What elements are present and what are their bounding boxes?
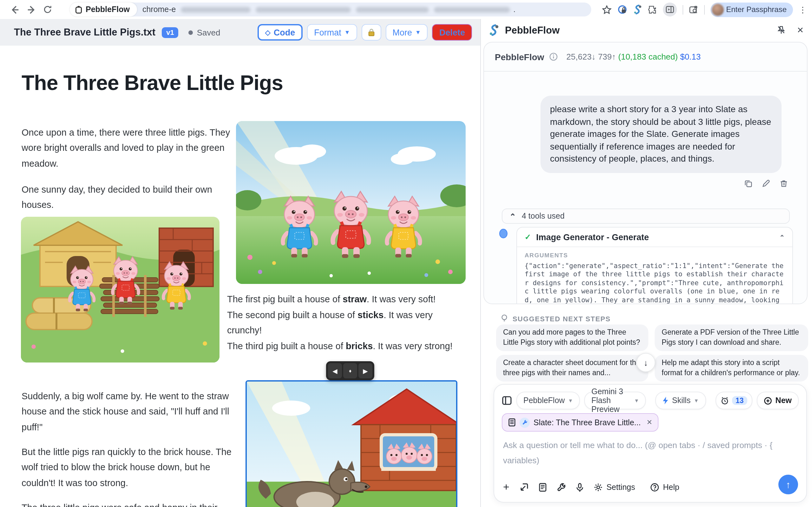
settings-button[interactable]: Settings	[594, 483, 635, 492]
tool-call-header[interactable]: ✓ Image Generator - Generate ⌃	[517, 228, 792, 247]
extension-origin-chip[interactable]: PebbleFlow	[70, 3, 137, 16]
url-redacted	[181, 7, 251, 12]
screen: PebbleFlow chrome-e .	[0, 0, 812, 507]
forward-icon[interactable]	[23, 1, 39, 18]
extensions-puzzle-icon[interactable]	[647, 5, 657, 14]
suggestion-chip[interactable]: Create a character sheet document for th…	[496, 355, 648, 382]
lightning-icon	[663, 397, 669, 404]
send-button[interactable]: ↑	[778, 475, 798, 494]
toolbar-separator	[682, 5, 683, 14]
story-heading: The Three Brave Little Pigs	[21, 71, 283, 95]
story-paragraph: Suddenly, a big wolf came by. He went to…	[21, 388, 231, 435]
message-actions	[744, 179, 788, 187]
code-button[interactable]: ◇Code	[258, 24, 303, 41]
tools-used-toggle[interactable]: ⌃ 4 tools used	[502, 209, 790, 224]
chevron-down-icon: ▼	[634, 398, 639, 403]
delete-message-icon[interactable]	[780, 179, 788, 187]
timer-indicator[interactable]: 13	[715, 392, 753, 409]
chevron-up-icon: ⌃	[509, 211, 516, 221]
back-icon[interactable]	[6, 1, 23, 18]
document-content[interactable]: The Three Brave Little Pigs Once upon a …	[0, 46, 480, 507]
pebbleflow-logo-icon	[489, 24, 499, 36]
help-button[interactable]: Help	[650, 483, 679, 492]
suggestion-chip[interactable]: Generate a PDF version of the Three Litt…	[655, 325, 808, 351]
pebbleflow-extension-icon[interactable]	[633, 4, 642, 14]
mic-icon[interactable]	[576, 483, 583, 492]
scroll-to-bottom-button[interactable]: ↓	[636, 353, 655, 372]
arguments-json[interactable]: {"action":"generate","aspect_ratio":"1:1…	[525, 262, 787, 304]
prompts-icon[interactable]	[539, 483, 547, 492]
image-action-button[interactable]: ♦	[343, 363, 357, 378]
story-image-building-houses[interactable]	[21, 217, 219, 362]
model-selector[interactable]: Gemini 3 Flash Preview▼	[585, 392, 646, 409]
more-button[interactable]: More▼	[386, 24, 428, 41]
password-manager-icon[interactable]	[617, 4, 627, 14]
remove-context-icon[interactable]: ✕	[647, 418, 652, 427]
document-header: The Three Brave Little Pigs.txt v1 Saved…	[0, 19, 480, 46]
chevron-up-icon: ⌃	[779, 233, 785, 240]
url-redacted	[434, 7, 510, 12]
caret-down-icon: ▼	[345, 29, 350, 36]
copy-icon[interactable]	[744, 179, 752, 187]
format-button[interactable]: Format▼	[307, 24, 357, 41]
user-message-bubble[interactable]: please write a short story for a 3 year …	[541, 96, 781, 173]
suggestion-chip[interactable]: Help me adapt this story into a script f…	[655, 355, 808, 382]
story-image-three-pigs-meadow[interactable]	[236, 121, 466, 284]
save-status: Saved	[189, 27, 220, 37]
suggestions-label: SUGGESTED NEXT STEPS	[513, 315, 611, 322]
story-paragraph: But the little pigs ran quickly to the b…	[21, 444, 245, 491]
context-chip-slate[interactable]: Slate: The Three Brave Little... ✕	[502, 413, 659, 432]
info-icon[interactable]	[549, 53, 558, 61]
success-check-icon: ✓	[525, 233, 531, 241]
suggestion-chip[interactable]: Can you add more pages to the Three Litt…	[496, 325, 648, 351]
tools-wrench-icon[interactable]	[557, 483, 566, 492]
tool-wrench-icon	[519, 417, 530, 428]
new-chat-button[interactable]: New	[757, 392, 799, 409]
add-attachment-icon[interactable]: +	[503, 481, 509, 494]
panel-layout-icon[interactable]	[502, 395, 512, 406]
timeline-dot	[499, 229, 507, 238]
reload-icon[interactable]	[39, 1, 56, 18]
gear-icon	[594, 483, 603, 492]
composer: PebbleFlow▼ Gemini 3 Flash Preview▼ Skil…	[494, 384, 807, 503]
cached-tokens: (10,183 cached)	[618, 52, 678, 61]
image-nav-toolbar: ◀ ♦ ▶	[326, 361, 374, 380]
skills-selector[interactable]: Skills▼	[656, 392, 706, 409]
context-chip-label: Slate: The Three Brave Little...	[534, 418, 641, 427]
version-badge[interactable]: v1	[162, 27, 179, 38]
story-paragraph: One sunny day, they decided to build the…	[21, 181, 231, 213]
bookmark-star-icon[interactable]	[602, 5, 611, 14]
story-image-wolf-brick-house[interactable]	[246, 380, 457, 507]
saved-label: Saved	[197, 27, 220, 37]
tool-call-title: Image Generator - Generate	[536, 232, 774, 242]
image-prev-button[interactable]: ◀	[328, 363, 342, 378]
new-chat-plus-icon	[764, 396, 772, 405]
lightbulb-icon	[501, 314, 508, 323]
chrome-menu-icon[interactable]: ⋮	[799, 5, 807, 14]
tab-title: PebbleFlow	[86, 5, 130, 14]
omnibox[interactable]: PebbleFlow chrome-e .	[70, 3, 591, 16]
workspace-selector[interactable]: PebbleFlow▼	[516, 392, 580, 409]
timer-count: 13	[732, 396, 748, 405]
delete-button[interactable]: Delete	[432, 24, 472, 41]
image-next-button[interactable]: ▶	[358, 363, 372, 378]
url-text: chrome-e	[142, 5, 176, 14]
alarm-clock-icon	[720, 396, 728, 405]
search-tabs-icon[interactable]	[689, 5, 698, 14]
token-counts: 25,623↓ 739↑ (10,183 cached) $0.13	[566, 52, 701, 61]
chevron-down-icon: ▼	[568, 398, 573, 403]
story-paragraph: The three little pigs were safe and happ…	[21, 500, 250, 507]
unpin-icon[interactable]	[776, 25, 786, 35]
lock-button[interactable]	[362, 24, 381, 41]
side-panel-icon[interactable]	[663, 3, 676, 16]
document-title: The Three Brave Little Pigs.txt	[14, 26, 155, 38]
edit-icon[interactable]	[762, 179, 770, 187]
code-diamond-icon: ◇	[265, 28, 270, 37]
url-ellipsis: .	[513, 5, 516, 14]
profile-passphrase-pill[interactable]: Enter Passphrase	[710, 2, 793, 17]
url-redacted	[256, 7, 351, 12]
message-input[interactable]: Ask a question or tell me what to do... …	[503, 438, 796, 468]
close-icon[interactable]: ✕	[797, 25, 804, 35]
insert-selection-icon[interactable]	[519, 483, 528, 492]
tool-call-card: ✓ Image Generator - Generate ⌃ ARGUMENTS…	[516, 227, 793, 304]
